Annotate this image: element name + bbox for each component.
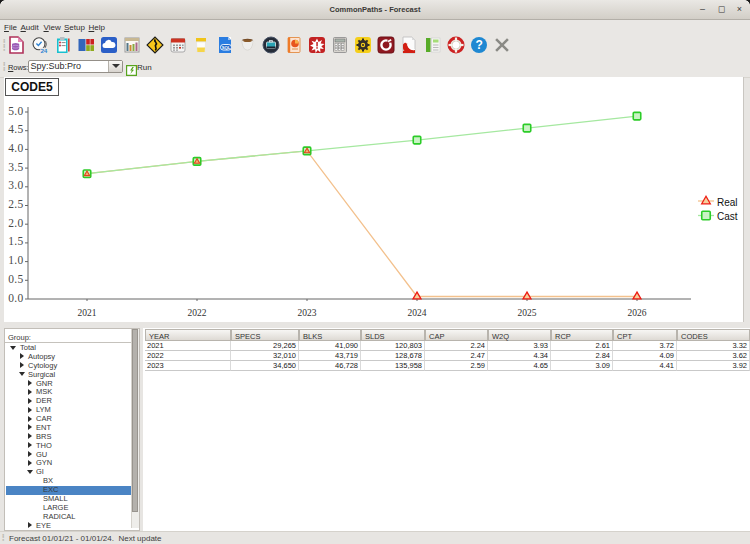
svg-text:24: 24 <box>40 47 47 54</box>
svg-text:?: ? <box>475 38 482 52</box>
svg-text:SQL: SQL <box>221 45 230 50</box>
